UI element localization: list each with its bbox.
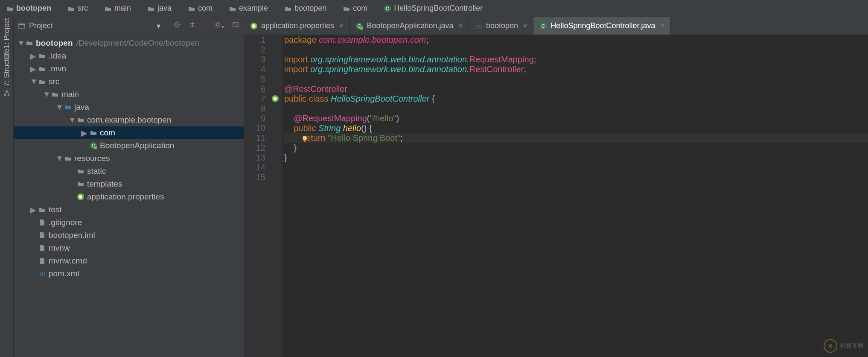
svg-text:m: m	[40, 270, 45, 278]
code-line[interactable]: public class HelloSpringBootController {	[284, 94, 868, 104]
tree-item-label: BootopenApplication	[100, 141, 174, 150]
line-number: 8	[244, 104, 265, 114]
code-line[interactable]: @RestController	[284, 84, 868, 94]
code-content[interactable]: package com.example.bootopen.com;import …	[283, 35, 868, 357]
tree-root[interactable]: ▼bootopen /Development/CodeOne/bootopen	[14, 37, 244, 50]
expand-arrow-icon[interactable]: ▼	[30, 77, 36, 86]
tree-item[interactable]: templates	[14, 178, 244, 190]
svg-rect-26	[304, 141, 306, 142]
folder-icon	[77, 116, 84, 124]
code-line[interactable]: @RequestMapping("/hello")	[284, 114, 868, 123]
breadcrumb-item[interactable]: CHelloSpringBootController	[381, 4, 485, 13]
editor-tab[interactable]: application.properties×	[244, 17, 350, 35]
expand-arrow-icon[interactable]: ▶	[30, 51, 36, 61]
code-line[interactable]	[284, 45, 868, 55]
expand-arrow-icon[interactable]: ▶	[81, 128, 87, 138]
project-tree[interactable]: ▼bootopen /Development/CodeOne/bootopen▶…	[14, 35, 244, 357]
collapse-all-icon[interactable]	[189, 21, 196, 31]
code-line[interactable]	[284, 104, 868, 114]
expand-arrow-icon[interactable]: ▼	[68, 115, 74, 125]
expand-arrow-icon[interactable]: ▼	[55, 154, 61, 163]
breadcrumb-item[interactable]: com	[185, 4, 215, 13]
breadcrumb-item[interactable]: main	[102, 4, 134, 13]
close-tab-icon[interactable]: ×	[459, 22, 463, 30]
expand-arrow-icon[interactable]: ▶	[30, 205, 36, 215]
tree-item[interactable]: ▶test	[14, 203, 244, 216]
line-number-gutter: 123456789101112131415	[244, 35, 270, 357]
tree-item[interactable]: ▼main	[14, 88, 244, 101]
close-tab-icon[interactable]: ×	[523, 22, 527, 30]
breadcrumb-label: main	[114, 4, 131, 13]
code-line[interactable]	[284, 173, 868, 182]
code-line[interactable]: import org.springframework.web.bind.anno…	[284, 64, 868, 74]
tree-item-label: mvnw.cmd	[49, 256, 87, 266]
tree-item[interactable]: ▼resources	[14, 152, 244, 165]
tree-item[interactable]: mvnw	[14, 242, 244, 255]
tool-structure[interactable]: 7: Structure	[3, 49, 11, 97]
folder-icon	[26, 39, 33, 47]
code-area[interactable]: 123456789101112131415 package com.exampl…	[244, 35, 868, 357]
code-line[interactable]: }	[284, 143, 868, 153]
breadcrumb-label: java	[157, 4, 172, 13]
tree-item[interactable]: ▼src	[14, 75, 244, 88]
code-line[interactable]: import org.springframework.web.bind.anno…	[284, 55, 868, 64]
code-line[interactable]: return "Hello Spring Boot";	[284, 133, 868, 143]
hide-panel-icon[interactable]	[232, 21, 239, 31]
tree-item[interactable]: application.properties	[14, 190, 244, 203]
close-tab-icon[interactable]: ×	[339, 22, 343, 30]
line-number: 4	[244, 64, 265, 74]
svg-text:C: C	[542, 23, 545, 29]
settings-icon[interactable]: ▾	[214, 21, 224, 31]
tree-item[interactable]: ▶.mvn	[14, 62, 244, 75]
tree-item[interactable]: ▼java	[14, 101, 244, 114]
tree-item[interactable]: mpom.xml	[14, 267, 244, 280]
code-line[interactable]: }	[284, 153, 868, 163]
line-number: 14	[244, 163, 265, 173]
editor-tab[interactable]: CBootopenApplication.java×	[350, 17, 469, 35]
tree-item[interactable]: .gitignore	[14, 216, 244, 229]
locate-icon[interactable]	[173, 21, 181, 31]
intention-bulb-icon[interactable]	[301, 135, 308, 144]
expand-arrow-icon[interactable]: ▶	[30, 64, 36, 74]
chevron-right-icon: 〉	[217, 3, 224, 14]
tree-item[interactable]: mvnw.cmd	[14, 255, 244, 267]
editor-tab[interactable]: mbootopen×	[469, 17, 533, 35]
project-view-dropdown-icon[interactable]: ▾	[157, 21, 160, 31]
divider: |	[204, 21, 206, 30]
expand-arrow-icon[interactable]: ▼	[43, 90, 49, 99]
breadcrumb-item[interactable]: bootopen	[282, 4, 329, 13]
breadcrumb-item[interactable]: example	[226, 4, 271, 13]
close-tab-icon[interactable]: ×	[661, 22, 664, 30]
tree-item[interactable]: ▼com.example.bootopen	[14, 114, 244, 126]
spring-gutter-icon[interactable]	[271, 95, 280, 103]
tree-item[interactable]: ▶com	[14, 126, 244, 139]
breadcrumb-label: HelloSpringBootController	[394, 4, 483, 13]
tree-item[interactable]: CBootopenApplication	[14, 139, 244, 152]
breadcrumb-item[interactable]: bootopen	[3, 4, 54, 13]
breadcrumb-item[interactable]: java	[145, 4, 174, 13]
tree-item[interactable]: static	[14, 165, 244, 178]
folder-icon	[38, 206, 46, 214]
breadcrumb-label: com	[198, 4, 213, 13]
code-line[interactable]	[284, 74, 868, 84]
project-panel-title[interactable]: Project	[29, 21, 53, 30]
code-line[interactable]: package com.example.bootopen.com;	[284, 35, 868, 45]
expand-arrow-icon[interactable]: ▼	[55, 102, 61, 112]
tool-project-label: 1: Project	[3, 18, 11, 49]
chevron-right-icon: 〉	[272, 3, 280, 14]
expand-arrow-icon[interactable]: ▼	[17, 38, 23, 48]
tree-item[interactable]: bootopen.iml	[14, 229, 244, 242]
editor-tabs: application.properties×CBootopenApplicat…	[244, 17, 868, 35]
line-number: 7	[244, 94, 265, 104]
file-icon	[38, 219, 46, 226]
tree-item-label: bootopen.iml	[49, 231, 95, 240]
tree-item-label: main	[61, 90, 79, 99]
code-line[interactable]	[284, 163, 868, 173]
breadcrumb-item[interactable]: com	[340, 4, 370, 13]
watermark-text: 创新互联	[840, 342, 864, 350]
svg-rect-4	[8, 94, 9, 96]
editor-tab[interactable]: CHelloSpringBootController.java×	[533, 17, 670, 35]
tree-item[interactable]: ▶.idea	[14, 50, 244, 62]
breadcrumb-item[interactable]: src	[65, 4, 90, 13]
code-line[interactable]: public String hello() {	[284, 123, 868, 133]
